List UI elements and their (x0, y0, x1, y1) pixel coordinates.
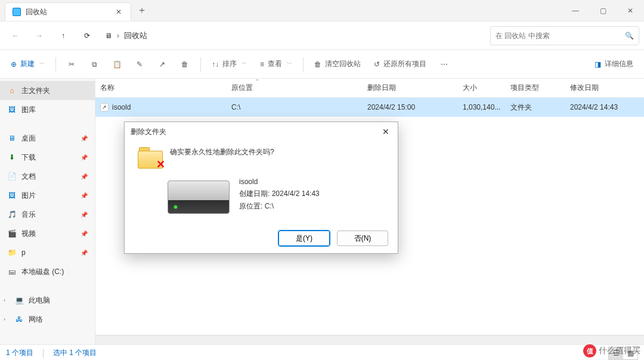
sidebar-item-videos[interactable]: 🎬 视频 📌 (0, 224, 95, 243)
shortcut-folder-icon: ↗ (100, 103, 109, 111)
delete-button[interactable]: 🗑 (174, 55, 196, 74)
document-icon: 📄 (7, 172, 17, 181)
view-label: 查看 (268, 59, 282, 69)
status-count: 1 个项目 (6, 348, 33, 358)
view-button[interactable]: ≡ 查看 ﹀ (254, 55, 298, 74)
paste-icon: 📋 (113, 60, 122, 69)
empty-label: 清空回收站 (325, 59, 361, 69)
col-modified[interactable]: 修改日期 (565, 79, 644, 97)
navbar: ← → ↑ ⟳ 🖥 › 回收站 🔍 (0, 21, 644, 50)
chevron-right-icon[interactable]: › (4, 297, 10, 303)
share-icon: ↗ (159, 60, 165, 69)
close-tab-icon[interactable]: ✕ (114, 7, 123, 17)
rename-button[interactable]: ✎ (129, 55, 150, 74)
sidebar-item-music[interactable]: 🎵 音乐 📌 (0, 205, 95, 224)
chevron-right-icon: › (117, 32, 119, 40)
sidebar-item-pictures[interactable]: 🖼 图片 📌 (0, 186, 95, 205)
col-deleted[interactable]: 删除日期 (363, 79, 458, 97)
tab-recycle-bin[interactable]: 回收站 ✕ (5, 2, 131, 21)
search-box[interactable]: 🔍 (490, 26, 639, 45)
cut-button[interactable]: ✂ (61, 55, 82, 74)
pin-icon: 📌 (80, 231, 88, 237)
new-button[interactable]: ⊕ 新建 ﹀ (5, 55, 51, 74)
trash-icon: 🗑 (181, 60, 188, 69)
paste-button[interactable]: 📋 (106, 55, 128, 74)
maximize-button[interactable]: ▢ (589, 0, 617, 21)
row-name: isoold (112, 103, 131, 111)
sidebar-item-p[interactable]: 📁 p 📌 (0, 243, 95, 262)
up-button[interactable]: ↑ (52, 25, 74, 46)
pin-icon: 📌 (80, 192, 88, 199)
tab-title: 回收站 (26, 7, 109, 17)
chevron-down-icon: ﹀ (287, 60, 292, 68)
col-name[interactable]: 名称 (95, 79, 227, 97)
row-orig: C:\ (227, 103, 363, 111)
search-icon[interactable]: 🔍 (625, 32, 634, 40)
dialog-created: 创建日期: 2024/4/2 14:43 (239, 188, 320, 200)
search-input[interactable] (496, 32, 625, 40)
col-type[interactable]: 项目类型 (506, 79, 565, 97)
drive-icon (168, 181, 230, 214)
minimize-button[interactable]: — (562, 0, 589, 21)
dialog-title: 删除文件夹 (131, 127, 166, 137)
pin-icon: 📌 (80, 250, 88, 256)
dialog-orig: 原位置: C:\ (239, 200, 320, 212)
cut-icon: ✂ (69, 60, 75, 69)
desktop-icon: 🖥 (7, 133, 17, 143)
share-button[interactable]: ↗ (151, 55, 173, 74)
no-button[interactable]: 否(N) (337, 231, 388, 246)
col-size[interactable]: 大小 (458, 79, 506, 97)
more-button[interactable]: ⋯ (434, 55, 455, 74)
horizontal-scrollbar[interactable] (95, 335, 644, 344)
sidebar-item-downloads[interactable]: ⬇ 下载 📌 (0, 148, 95, 167)
sidebar-item-desktop[interactable]: 🖥 桌面 📌 (0, 129, 95, 148)
pin-icon: 📌 (80, 135, 88, 142)
new-tab-button[interactable]: ＋ (131, 0, 153, 21)
ellipsis-icon: ⋯ (441, 60, 448, 69)
restore-label: 还原所有项目 (383, 59, 426, 69)
details-label: 详细信息 (605, 59, 633, 69)
chevron-right-icon[interactable]: › (4, 316, 10, 322)
dialog-close-button[interactable]: ✕ (380, 127, 392, 136)
dialog-titlebar[interactable]: 删除文件夹 ✕ (125, 122, 398, 141)
table-row[interactable]: ↗ isoold C:\ 2024/4/2 15:00 1,030,140...… (95, 98, 644, 117)
monitor-icon: 🖥 (105, 32, 112, 40)
sort-button[interactable]: ↑↓ 排序 ﹀ (206, 55, 253, 74)
pin-icon: 📌 (80, 154, 88, 161)
row-deleted: 2024/4/2 15:00 (363, 103, 458, 111)
refresh-button[interactable]: ⟳ (76, 25, 98, 46)
sidebar-item-gallery[interactable]: 🖼 图库 (0, 100, 95, 119)
sidebar-item-documents[interactable]: 📄 文档 📌 (0, 167, 95, 186)
sort-indicator-icon: ⌃ (255, 79, 259, 84)
copy-button[interactable]: ⧉ (83, 55, 105, 74)
folder-icon: 📁 (7, 248, 17, 257)
restore-icon: ↺ (374, 60, 380, 69)
forward-button[interactable]: → (29, 25, 50, 46)
sidebar-item-localdisk[interactable]: 🖴 本地磁盘 (C:) (0, 262, 95, 281)
gallery-icon: 🖼 (7, 105, 17, 114)
sidebar: ⌂ 主文件夹 🖼 图库 🖥 桌面 📌 ⬇ 下载 📌 📄 文档 📌 🖼 图片 📌 (0, 79, 95, 344)
picture-icon: 🖼 (7, 191, 17, 200)
back-button[interactable]: ← (5, 25, 26, 46)
yes-button[interactable]: 是(Y) (278, 231, 330, 246)
toolbar: ⊕ 新建 ﹀ ✂ ⧉ 📋 ✎ ↗ 🗑 ↑↓ 排序 ﹀ ≡ 查看 ﹀ 🗑 清空回收… (0, 50, 644, 79)
breadcrumb[interactable]: 回收站 (124, 30, 147, 41)
address-bar[interactable]: 🖥 › 回收站 (100, 26, 488, 46)
sidebar-item-home[interactable]: ⌂ 主文件夹 (0, 81, 95, 100)
pin-icon: 📌 (80, 173, 88, 180)
empty-recycle-button[interactable]: 🗑 清空回收站 (308, 55, 367, 74)
close-window-button[interactable]: ✕ (617, 0, 644, 21)
col-orig[interactable]: 原位置 (227, 79, 363, 97)
folder-delete-icon: ✕ (138, 147, 163, 169)
watermark: 值 什么值得买 (583, 344, 640, 357)
statusbar: 1 个项目 选中 1 个项目 ☰ ▦ (0, 344, 644, 361)
restore-all-button[interactable]: ↺ 还原所有项目 (368, 55, 432, 74)
column-header: ⌃ 名称 原位置 删除日期 大小 项目类型 修改日期 (95, 79, 644, 98)
details-icon: ◨ (595, 60, 601, 69)
sidebar-item-thispc[interactable]: › 💻 此电脑 (0, 291, 95, 310)
sidebar-item-network[interactable]: › 🖧 网络 (0, 310, 95, 329)
details-pane-button[interactable]: ◨ 详细信息 (589, 55, 639, 74)
delete-folder-dialog: 删除文件夹 ✕ ✕ 确实要永久性地删除此文件夹吗? isoold 创建日期: 2… (124, 122, 398, 254)
pc-icon: 💻 (14, 295, 24, 305)
pin-icon: 📌 (80, 211, 88, 218)
